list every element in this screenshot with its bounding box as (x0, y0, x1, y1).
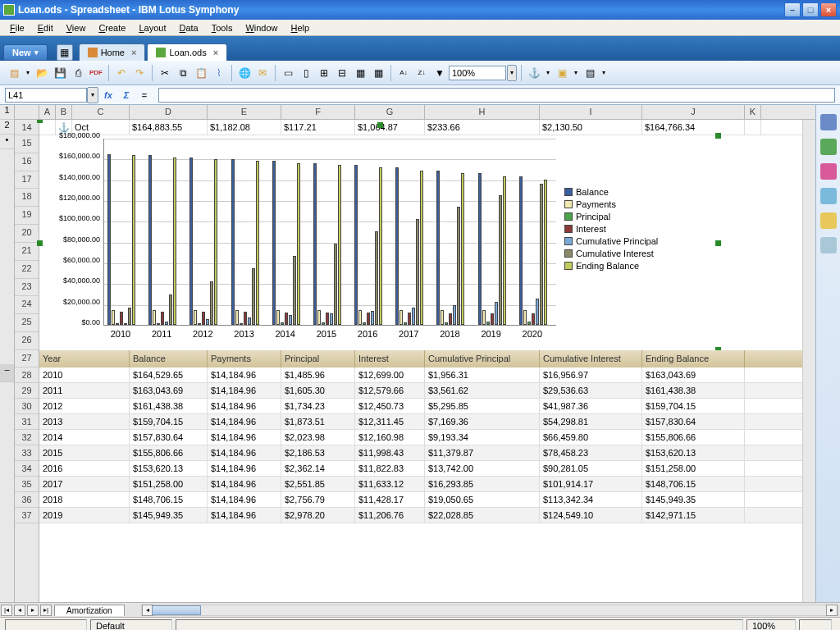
sum-button[interactable]: Σ (119, 88, 134, 103)
col-header-A[interactable]: A (39, 105, 56, 119)
col-header-H[interactable]: H (425, 105, 540, 119)
copy-button[interactable]: ⧉ (175, 65, 191, 81)
table-row[interactable]: 2015$155,806.66$14,184.96$2,186.53$11,99… (39, 445, 802, 461)
menu-data[interactable]: Data (172, 21, 204, 34)
dropdown-icon[interactable]: ▾ (24, 65, 32, 81)
fx-panel-icon[interactable] (820, 237, 837, 253)
zoom-input[interactable] (449, 66, 506, 80)
menu-window[interactable]: Window (239, 21, 284, 34)
outline-panel[interactable]: 12 • – (0, 105, 15, 602)
close-icon[interactable]: × (213, 48, 218, 57)
zoom-dropdown-icon[interactable]: ▾ (507, 65, 517, 81)
close-icon[interactable]: × (131, 48, 136, 57)
gallery-icon[interactable] (820, 163, 837, 180)
col-header-E[interactable]: E (208, 105, 281, 119)
sheet-tab-amortization[interactable]: Amortization (54, 605, 125, 616)
new-button[interactable]: New▾ (3, 44, 48, 61)
dropdown-icon[interactable]: ▾ (600, 65, 608, 81)
tab-home[interactable]: Home × (79, 43, 146, 61)
formula-bar: ▾ fx Σ = (0, 85, 840, 105)
table-row[interactable]: 2018$148,706.15$14,184.96$2,756.79$11,42… (39, 492, 802, 508)
sheet-cells[interactable]: ⚓Oct$164,883.55$1,182.08$117.21$1,064.87… (39, 120, 802, 602)
menu-layout[interactable]: Layout (132, 21, 172, 34)
horizontal-scrollbar[interactable]: ◂ ▸ (141, 605, 838, 616)
menu-tools[interactable]: Tools (205, 21, 240, 34)
menu-help[interactable]: Help (285, 21, 317, 34)
sort-desc-button[interactable]: Z↓ (413, 65, 430, 81)
cut-button[interactable]: ✂ (157, 65, 173, 81)
filter-button[interactable]: ▼ (431, 65, 448, 81)
merge-button[interactable]: ⊞ (316, 65, 332, 81)
window-list-button[interactable]: ▦ (57, 44, 73, 61)
dropdown-icon[interactable]: ▾ (572, 65, 580, 81)
menu-edit[interactable]: Edit (31, 21, 60, 34)
col-header-J[interactable]: J (642, 105, 745, 119)
dropdown-icon[interactable]: ▾ (544, 65, 552, 81)
borders-button[interactable]: ▦ (352, 65, 368, 81)
menu-view[interactable]: View (60, 21, 93, 34)
freeze-col-button[interactable]: ▯ (298, 65, 314, 81)
sort-asc-button[interactable]: A↓ (395, 65, 412, 81)
minimize-button[interactable]: – (784, 2, 801, 17)
pdf-button[interactable]: PDF (88, 65, 104, 81)
new-doc-button[interactable]: ▤ (6, 65, 22, 81)
formula-input[interactable] (158, 88, 835, 103)
menu-file[interactable]: File (3, 21, 31, 34)
first-sheet-button[interactable]: |◂ (1, 605, 12, 616)
clip-icon[interactable] (820, 212, 837, 229)
anchor-button[interactable]: ⚓ (526, 65, 542, 81)
web-button[interactable]: 🌐 (236, 65, 253, 81)
redo-button[interactable]: ↷ (131, 65, 148, 81)
document-tabbar: New▾ ▦ Home × Loan.ods × (0, 36, 840, 61)
table-row[interactable]: 2014$157,830.64$14,184.96$2,023.98$12,16… (39, 430, 802, 445)
row-headers[interactable]: 1415161718192021222324252627282930313233… (15, 120, 39, 602)
equals-button[interactable]: = (137, 88, 152, 103)
open-button[interactable]: 📂 (34, 65, 50, 81)
table-row[interactable]: 2011$163,043.69$14,184.96$1,605.30$12,57… (39, 383, 802, 399)
format-paint-button[interactable]: ⌇ (211, 65, 227, 81)
col-header-K[interactable]: K (745, 105, 761, 119)
status-style: Default (90, 619, 172, 631)
undo-button[interactable]: ↶ (113, 65, 130, 81)
table-row[interactable]: 2016$153,620.13$14,184.96$2,362.14$11,82… (39, 461, 802, 477)
arrange-button[interactable]: ▣ (554, 65, 570, 81)
table-row[interactable]: 2010$164,529.65$14,184.96$1,485.96$12,69… (39, 368, 802, 383)
table-row[interactable]: ⚓Oct$164,883.55$1,182.08$117.21$1,064.87… (39, 120, 802, 135)
col-header-G[interactable]: G (355, 105, 425, 119)
table-row[interactable]: 2017$151,258.00$14,184.96$2,551.85$11,63… (39, 477, 802, 492)
properties-icon[interactable] (820, 114, 837, 130)
split-button[interactable]: ⊟ (334, 65, 350, 81)
embedded-chart[interactable]: $0.00$20,000.00$40,000.00$60,000.00$80,0… (39, 135, 719, 350)
prev-sheet-button[interactable]: ◂ (14, 605, 25, 616)
column-headers[interactable]: ABCDEFGHIJK (15, 105, 815, 120)
scrollbar-thumb[interactable] (152, 605, 201, 615)
email-button[interactable]: ✉ (254, 65, 271, 81)
print-button[interactable]: ⎙ (70, 65, 86, 81)
save-button[interactable]: 💾 (52, 65, 68, 81)
col-header-F[interactable]: F (281, 105, 355, 119)
close-button[interactable]: × (820, 2, 837, 17)
next-sheet-button[interactable]: ▸ (27, 605, 39, 616)
col-header-B[interactable]: B (56, 105, 72, 119)
col-header-D[interactable]: D (130, 105, 208, 119)
styles-icon[interactable] (820, 139, 837, 155)
scroll-right-button[interactable]: ▸ (826, 605, 838, 616)
navigator-icon[interactable] (820, 188, 837, 204)
function-wizard-button[interactable]: fx (101, 88, 116, 103)
table-row[interactable]: 2013$159,704.15$14,184.96$1,873.51$12,31… (39, 414, 802, 430)
last-sheet-button[interactable]: ▸| (40, 605, 52, 616)
cell-reference-input[interactable] (5, 88, 87, 103)
col-header-I[interactable]: I (540, 105, 642, 119)
col-header-C[interactable]: C (72, 105, 130, 119)
table-row[interactable]: 2012$161,438.38$14,184.96$1,734.23$12,45… (39, 399, 802, 414)
grid-button[interactable]: ▦ (370, 65, 386, 81)
menu-create[interactable]: Create (92, 21, 132, 34)
vertical-scrollbar[interactable] (802, 120, 815, 602)
align-button[interactable]: ▤ (582, 65, 598, 81)
table-row[interactable]: 2019$145,949.35$14,184.96$2,978.20$11,20… (39, 508, 802, 523)
freeze-row-button[interactable]: ▭ (280, 65, 296, 81)
tab-loan[interactable]: Loan.ods × (147, 43, 227, 61)
paste-button[interactable]: 📋 (193, 65, 209, 81)
cell-ref-dropdown-icon[interactable]: ▾ (87, 87, 98, 103)
maximize-button[interactable]: □ (802, 2, 819, 17)
